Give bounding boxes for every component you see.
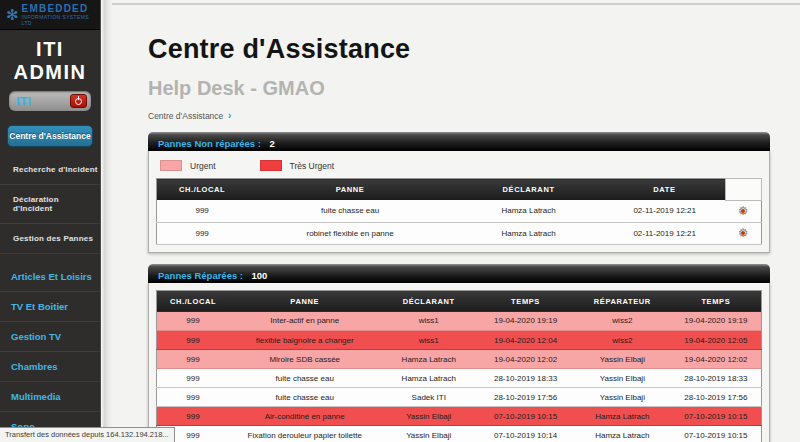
cell-local: 999 — [157, 388, 230, 407]
status-tooltip: Transfert des données depuis 164.132.194… — [0, 427, 175, 442]
cell-temps-reparation: 19-04-2020 12:02 — [671, 350, 762, 369]
cell-temps-declaration: 19-04-2020 12:02 — [477, 350, 574, 369]
logo-tagline: INFORMATION SYSTEMS LTD — [22, 14, 94, 26]
sidebar-nav: Centre d'Assistance Recherche d'Incident… — [0, 111, 100, 442]
sidebar-primary-menu: Articles Et LoisirsTV Et BoitierGestion … — [0, 262, 100, 442]
logout-button[interactable] — [70, 94, 87, 108]
cell-date: 02-11-2019 12:21 — [604, 222, 725, 244]
column-header: CH./LOCAL — [157, 179, 248, 201]
cell-panne: robinet flexible en panne — [247, 222, 453, 244]
cell-panne: Miroire SDB cassée — [229, 350, 380, 369]
column-header: TEMPS — [671, 290, 762, 312]
repaired-row: 999 Miroire SDB cassée Hamza Latrach 19-… — [157, 350, 762, 369]
unrepaired-table-body: 999 fuite chasse eau Hamza Latrach 02-11… — [157, 200, 762, 244]
column-header: DATE — [604, 179, 725, 201]
cell-panne: flexible baignoire a changer — [229, 331, 380, 350]
panel-title: Pannes Réparées : — [158, 270, 243, 281]
cell-actions: ⚙ — [725, 222, 761, 244]
cell-temps-reparation: 28-10-2019 17:56 — [671, 388, 762, 407]
sidebar-item[interactable]: Recherche d'Incident — [0, 155, 100, 185]
cell-panne: fuite chasse eau — [229, 388, 380, 407]
username-input[interactable] — [16, 94, 68, 109]
unrepaired-table: CH./LOCALPANNEDÉCLARANTDATE 999 fuite ch… — [156, 178, 762, 245]
incident-row: 999 robinet flexible en panne Hamza Latr… — [157, 222, 762, 244]
page-edge-shadow — [100, 0, 112, 442]
cell-local: 999 — [157, 407, 230, 426]
cell-reparateur: Hamza Latrach — [574, 426, 671, 442]
column-header: DÉCLARANT — [380, 290, 477, 312]
chevron-right-icon: › — [228, 109, 232, 121]
panel-title: Pannes Non réparées : — [158, 138, 261, 149]
sidebar-item[interactable]: Gestion des Pannes — [0, 224, 100, 254]
cell-local: 999 — [157, 350, 230, 369]
tres-urgent-color-swatch — [260, 160, 282, 171]
sidebar-item[interactable]: Déclaration d'Incident — [0, 185, 100, 224]
sidebar-item[interactable]: Multimedia — [0, 382, 100, 412]
cell-temps-reparation: 07-10-2019 10:15 — [671, 426, 762, 442]
app-root: ✻ EMBEDDED INFORMATION SYSTEMS LTD ITI A… — [0, 0, 800, 442]
repaired-row: 999 flexible baignoire a changer wiss1 1… — [157, 331, 762, 350]
panel-count: 100 — [251, 270, 267, 281]
sidebar: ✻ EMBEDDED INFORMATION SYSTEMS LTD ITI A… — [0, 0, 100, 442]
cell-reparateur: Yassin Elbaji — [574, 388, 671, 407]
panel-count: 2 — [269, 138, 274, 149]
unrepaired-panel-body: Urgent Très Urgent CH./LOCALPANNEDÉCLARA… — [148, 151, 770, 253]
cell-temps-declaration: 19-04-2020 12:04 — [477, 331, 574, 350]
cell-local: 999 — [157, 369, 230, 388]
repaired-row: 999 Fixation derouleur papier toilette Y… — [157, 426, 762, 442]
logo-text: EMBEDDED INFORMATION SYSTEMS LTD — [22, 4, 94, 26]
cell-date: 02-11-2019 12:21 — [604, 200, 725, 222]
column-header: DÉCLARANT — [453, 179, 604, 201]
repaired-table-body: 999 Inter-actif en panne wiss1 19-04-202… — [157, 312, 762, 442]
cell-reparateur: wiss2 — [574, 331, 671, 350]
breadcrumb: Centre d'Assistance › — [148, 109, 800, 121]
cell-declarant: Yassin Elbaji — [380, 426, 477, 442]
column-header: PANNE — [247, 179, 453, 201]
session-box — [9, 91, 91, 111]
sidebar-item[interactable]: Articles Et Loisirs — [0, 262, 100, 292]
cell-temps-declaration: 28-10-2019 18:33 — [477, 369, 574, 388]
tres-urgent-legend-label: Très Urgent — [290, 161, 335, 171]
unrepaired-panel: Pannes Non réparées : 2 Urgent Très Urge… — [148, 132, 770, 253]
cell-declarant: Hamza Latrach — [380, 350, 477, 369]
cell-reparateur: Yassin Elbaji — [574, 369, 671, 388]
admin-title: ITI ADMIN — [0, 38, 100, 84]
power-icon — [75, 98, 82, 105]
cell-declarant: Yassin Elbaji — [380, 407, 477, 426]
urgent-legend-label: Urgent — [190, 161, 216, 171]
cell-reparateur: wiss2 — [574, 312, 671, 331]
cell-declarant: Hamza Latrach — [453, 222, 604, 244]
gear-icon[interactable]: ⚙ — [736, 204, 751, 219]
sidebar-item-centre-assistance[interactable]: Centre d'Assistance — [7, 125, 93, 147]
cell-local: 999 — [157, 200, 248, 222]
gear-icon[interactable]: ⚙ — [736, 226, 751, 241]
cell-temps-reparation: 19-04-2020 12:05 — [671, 331, 762, 350]
embedded-flower-icon: ✻ — [6, 6, 19, 24]
sidebar-item[interactable]: TV Et Boitier — [0, 292, 100, 322]
cell-temps-declaration: 19-04-2020 19:19 — [477, 312, 574, 331]
cell-panne: fuite chasse eau — [247, 200, 453, 222]
sidebar-item[interactable]: Gestion TV — [0, 322, 100, 352]
cell-actions: ⚙ — [725, 200, 761, 222]
repaired-panel-body: CH./LOCALPANNEDÉCLARANTTEMPSRÉPARATEURTE… — [148, 283, 770, 442]
cell-temps-reparation: 07-10-2019 10:15 — [671, 407, 762, 426]
cell-declarant: Hamza Latrach — [380, 369, 477, 388]
cell-panne: fuite chasse eau — [229, 369, 380, 388]
logo: ✻ EMBEDDED INFORMATION SYSTEMS LTD — [0, 0, 100, 30]
main-content: Centre d'Assistance Help Desk - GMAO Cen… — [112, 0, 800, 442]
urgent-color-swatch — [160, 160, 182, 171]
cell-panne: Inter-actif en panne — [229, 312, 380, 331]
cell-reparateur: Yassin Elbaji — [574, 350, 671, 369]
cell-temps-declaration: 07-10-2019 10:15 — [477, 407, 574, 426]
repaired-panel: Pannes Réparées : 100 CH./LOCALPANNEDÉCL… — [148, 264, 770, 442]
repaired-table: CH./LOCALPANNEDÉCLARANTTEMPSRÉPARATEURTE… — [156, 290, 762, 442]
cell-declarant: wiss1 — [380, 312, 477, 331]
cell-panne: Air-conditiné en panne — [229, 407, 380, 426]
unrepaired-table-header-row: CH./LOCALPANNEDÉCLARANTDATE — [157, 179, 762, 201]
cell-local: 999 — [157, 222, 248, 244]
cell-declarant: Hamza Latrach — [453, 200, 604, 222]
sidebar-item[interactable]: Chambres — [0, 352, 100, 382]
cell-temps-reparation: 19-04-2020 19:19 — [671, 312, 762, 331]
breadcrumb-item[interactable]: Centre d'Assistance — [148, 111, 223, 121]
page-subtitle: Help Desk - GMAO — [148, 77, 800, 100]
